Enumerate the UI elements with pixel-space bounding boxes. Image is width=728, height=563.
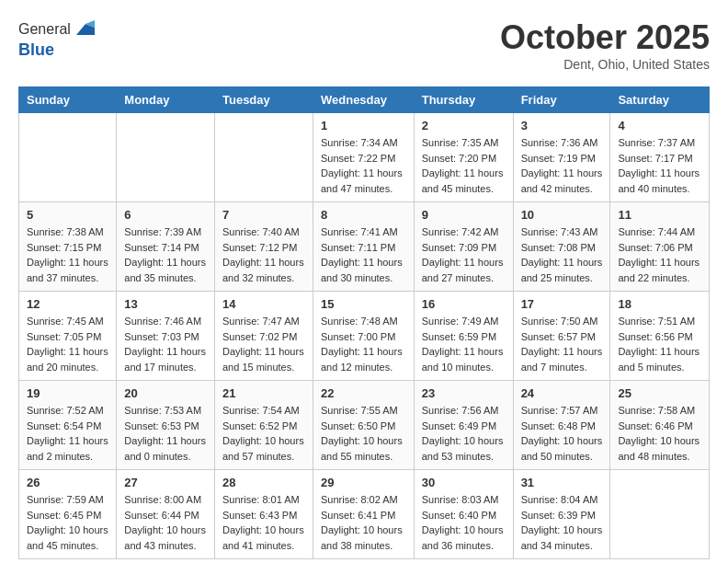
day-info: Sunrise: 7:48 AM Sunset: 7:00 PM Dayligh… (321, 314, 406, 374)
location: Dent, Ohio, United States (500, 57, 710, 72)
day-info: Sunrise: 7:43 AM Sunset: 7:08 PM Dayligh… (521, 224, 603, 285)
day-info: Sunrise: 7:50 AM Sunset: 6:57 PM Dayligh… (521, 314, 603, 374)
calendar-cell: 3Sunrise: 7:36 AM Sunset: 7:19 PM Daylig… (513, 113, 610, 202)
day-number: 20 (124, 386, 207, 400)
day-number: 3 (521, 119, 603, 132)
day-info: Sunrise: 7:37 AM Sunset: 7:17 PM Dayligh… (618, 135, 701, 196)
day-info: Sunrise: 7:39 AM Sunset: 7:14 PM Dayligh… (124, 224, 207, 285)
calendar-cell: 20Sunrise: 7:53 AM Sunset: 6:53 PM Dayli… (117, 381, 215, 470)
calendar-cell: 22Sunrise: 7:55 AM Sunset: 6:50 PM Dayli… (313, 381, 414, 470)
calendar-cell: 4Sunrise: 7:37 AM Sunset: 7:17 PM Daylig… (610, 113, 710, 202)
calendar-cell: 16Sunrise: 7:49 AM Sunset: 6:59 PM Dayli… (414, 292, 513, 381)
day-info: Sunrise: 7:38 AM Sunset: 7:15 PM Dayligh… (27, 224, 108, 285)
day-number: 26 (27, 476, 108, 489)
calendar-cell (610, 470, 710, 559)
calendar: SundayMondayTuesdayWednesdayThursdayFrid… (18, 86, 710, 559)
day-number: 9 (422, 208, 506, 222)
weekday-header: Wednesday (313, 87, 414, 113)
calendar-cell: 29Sunrise: 8:02 AM Sunset: 6:41 PM Dayli… (313, 470, 414, 559)
weekday-header: Sunday (19, 87, 117, 113)
weekday-header: Friday (513, 87, 610, 113)
day-number: 29 (321, 476, 406, 489)
calendar-cell: 2Sunrise: 7:35 AM Sunset: 7:20 PM Daylig… (414, 113, 513, 202)
logo: General Blue (18, 18, 95, 60)
day-number: 17 (521, 297, 603, 311)
day-number: 11 (618, 208, 701, 222)
day-number: 5 (27, 208, 108, 222)
day-number: 15 (321, 297, 406, 311)
calendar-cell: 23Sunrise: 7:56 AM Sunset: 6:49 PM Dayli… (414, 381, 513, 470)
calendar-cell (214, 113, 313, 202)
day-number: 19 (27, 386, 108, 400)
calendar-cell: 24Sunrise: 7:57 AM Sunset: 6:48 PM Dayli… (513, 381, 610, 470)
calendar-cell (117, 113, 215, 202)
logo-blue: Blue (18, 40, 95, 60)
calendar-cell: 14Sunrise: 7:47 AM Sunset: 7:02 PM Dayli… (214, 292, 313, 381)
calendar-cell: 28Sunrise: 8:01 AM Sunset: 6:43 PM Dayli… (214, 470, 313, 559)
day-info: Sunrise: 7:58 AM Sunset: 6:46 PM Dayligh… (618, 403, 701, 464)
calendar-cell: 13Sunrise: 7:46 AM Sunset: 7:03 PM Dayli… (117, 292, 215, 381)
calendar-cell: 17Sunrise: 7:50 AM Sunset: 6:57 PM Dayli… (513, 292, 610, 381)
weekday-header: Tuesday (214, 87, 313, 113)
day-info: Sunrise: 7:44 AM Sunset: 7:06 PM Dayligh… (618, 224, 701, 285)
day-info: Sunrise: 7:51 AM Sunset: 6:56 PM Dayligh… (618, 314, 701, 374)
day-info: Sunrise: 7:56 AM Sunset: 6:49 PM Dayligh… (422, 403, 506, 464)
day-info: Sunrise: 8:03 AM Sunset: 6:40 PM Dayligh… (422, 492, 506, 553)
logo-general: General (18, 21, 71, 38)
day-info: Sunrise: 8:00 AM Sunset: 6:44 PM Dayligh… (124, 492, 207, 553)
calendar-cell: 18Sunrise: 7:51 AM Sunset: 6:56 PM Dayli… (610, 292, 710, 381)
day-number: 14 (222, 297, 305, 311)
day-info: Sunrise: 7:47 AM Sunset: 7:02 PM Dayligh… (222, 314, 305, 374)
day-number: 18 (618, 297, 701, 311)
day-number: 16 (422, 297, 506, 311)
day-info: Sunrise: 8:01 AM Sunset: 6:43 PM Dayligh… (222, 492, 305, 553)
day-info: Sunrise: 7:34 AM Sunset: 7:22 PM Dayligh… (321, 135, 406, 196)
calendar-cell: 9Sunrise: 7:42 AM Sunset: 7:09 PM Daylig… (414, 202, 513, 292)
day-number: 13 (124, 297, 207, 311)
day-number: 25 (618, 386, 701, 400)
day-number: 7 (222, 208, 305, 222)
day-info: Sunrise: 7:45 AM Sunset: 7:05 PM Dayligh… (27, 314, 108, 374)
month-title: October 2025 (500, 18, 710, 57)
day-info: Sunrise: 7:59 AM Sunset: 6:45 PM Dayligh… (27, 492, 108, 553)
calendar-cell: 5Sunrise: 7:38 AM Sunset: 7:15 PM Daylig… (19, 202, 117, 292)
day-info: Sunrise: 8:04 AM Sunset: 6:39 PM Dayligh… (521, 492, 603, 553)
day-info: Sunrise: 7:42 AM Sunset: 7:09 PM Dayligh… (422, 224, 506, 285)
calendar-week-row: 5Sunrise: 7:38 AM Sunset: 7:15 PM Daylig… (19, 202, 710, 292)
weekday-header: Thursday (414, 87, 513, 113)
day-number: 6 (124, 208, 207, 222)
day-number: 31 (521, 476, 603, 489)
day-number: 22 (321, 386, 406, 400)
weekday-header: Saturday (610, 87, 710, 113)
day-number: 2 (422, 119, 506, 132)
day-number: 23 (422, 386, 506, 400)
calendar-cell: 6Sunrise: 7:39 AM Sunset: 7:14 PM Daylig… (117, 202, 215, 292)
calendar-cell: 11Sunrise: 7:44 AM Sunset: 7:06 PM Dayli… (610, 202, 710, 292)
calendar-cell: 7Sunrise: 7:40 AM Sunset: 7:12 PM Daylig… (214, 202, 313, 292)
calendar-cell: 25Sunrise: 7:58 AM Sunset: 6:46 PM Dayli… (610, 381, 710, 470)
day-number: 30 (422, 476, 506, 489)
calendar-header-row: SundayMondayTuesdayWednesdayThursdayFrid… (19, 87, 710, 113)
day-info: Sunrise: 7:55 AM Sunset: 6:50 PM Dayligh… (321, 403, 406, 464)
day-number: 24 (521, 386, 603, 400)
calendar-cell: 21Sunrise: 7:54 AM Sunset: 6:52 PM Dayli… (214, 381, 313, 470)
calendar-cell: 8Sunrise: 7:41 AM Sunset: 7:11 PM Daylig… (313, 202, 414, 292)
day-info: Sunrise: 7:41 AM Sunset: 7:11 PM Dayligh… (321, 224, 406, 285)
day-info: Sunrise: 7:52 AM Sunset: 6:54 PM Dayligh… (27, 403, 108, 464)
page-header: General Blue October 2025 Dent, Ohio, Un… (18, 18, 710, 72)
calendar-cell (19, 113, 117, 202)
day-info: Sunrise: 8:02 AM Sunset: 6:41 PM Dayligh… (321, 492, 406, 553)
day-info: Sunrise: 7:53 AM Sunset: 6:53 PM Dayligh… (124, 403, 207, 464)
day-info: Sunrise: 7:35 AM Sunset: 7:20 PM Dayligh… (422, 135, 506, 196)
day-info: Sunrise: 7:46 AM Sunset: 7:03 PM Dayligh… (124, 314, 207, 374)
calendar-cell: 19Sunrise: 7:52 AM Sunset: 6:54 PM Dayli… (19, 381, 117, 470)
calendar-week-row: 19Sunrise: 7:52 AM Sunset: 6:54 PM Dayli… (19, 381, 710, 470)
logo-icon (73, 18, 95, 40)
day-info: Sunrise: 7:54 AM Sunset: 6:52 PM Dayligh… (222, 403, 305, 464)
day-info: Sunrise: 7:36 AM Sunset: 7:19 PM Dayligh… (521, 135, 603, 196)
calendar-cell: 31Sunrise: 8:04 AM Sunset: 6:39 PM Dayli… (513, 470, 610, 559)
day-number: 4 (618, 119, 701, 132)
calendar-cell: 10Sunrise: 7:43 AM Sunset: 7:08 PM Dayli… (513, 202, 610, 292)
day-number: 27 (124, 476, 207, 489)
day-number: 8 (321, 208, 406, 222)
